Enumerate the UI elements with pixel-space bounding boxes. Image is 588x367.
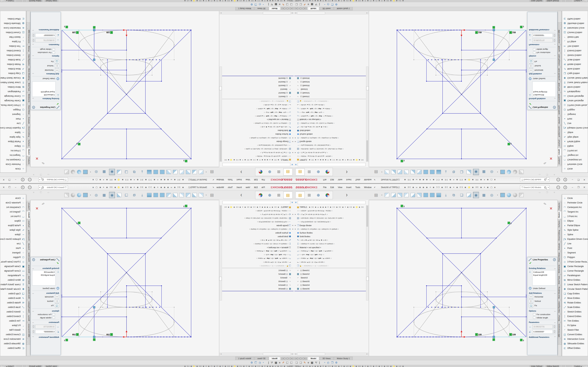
tree-item-sketch[interactable]: ▦ (-) Sketch2 bbox=[222, 91, 294, 95]
scroll-thumb[interactable] bbox=[297, 12, 325, 14]
toolbar-icon[interactable] bbox=[404, 170, 409, 174]
displaymanager-tab[interactable] bbox=[256, 168, 265, 175]
commandmanager-tab[interactable]: Evaluate bbox=[26, 242, 30, 251]
angle-spinner[interactable]: ▲▼ bbox=[32, 330, 35, 334]
commandmanager-tab[interactable]: Markup bbox=[26, 314, 30, 322]
section-options[interactable]: Options︿ bbox=[32, 55, 59, 58]
tree-item[interactable]: ▱ ○ ✛ИN◎▲+○ ✱◉⌷○◎○⌷◉✱ ○+▲◎ИN✛ ○ bbox=[294, 249, 366, 253]
tree-item[interactable]: ❒ 🔒 ○ ƨ53ƐИNΑ∪◦○ ◎ ○◦∪ΑИN3Ɛƨ5 ○ bbox=[294, 264, 366, 267]
user-account-icon[interactable]: ◠ bbox=[28, 178, 32, 181]
tab-nav-button[interactable]: ► bbox=[284, 7, 287, 10]
menu-item[interactable]: Insert bbox=[235, 186, 244, 189]
document-tab[interactable]: Model bbox=[308, 7, 319, 10]
menu-item[interactable]: ◫ Convert Entities bbox=[562, 30, 588, 35]
cancel-sketch-icon[interactable]: ✕ bbox=[550, 156, 553, 161]
for-construction-checkbox[interactable]: For construction bbox=[533, 313, 556, 316]
tree-item[interactable]: Σ ○ ƨ5ИN◎◦✛ Α∪ᴨ3Ɛ ○◎○ Ɛ3ᴨ∪Α ✛◦◎ИNƨ5 ○ bbox=[294, 121, 366, 125]
menu-item[interactable]: ◖ Partial Ellipse bbox=[0, 223, 26, 228]
close-button[interactable]: ✕ bbox=[582, 185, 587, 190]
menu-item[interactable]: ◠ Centerpoint Arc bbox=[562, 205, 588, 209]
tree-item[interactable]: ❒ 🔒 ○ ƨ53ƐИNΑ∪◦○ ◎ ○◦∪ΑИN3Ɛƨ5 ○ bbox=[222, 100, 294, 103]
expand-arrow-icon[interactable]: ▶ bbox=[294, 152, 296, 153]
restore-button[interactable]: ❐ bbox=[576, 177, 581, 182]
tree-vertical-scrollbar[interactable] bbox=[220, 205, 222, 300]
panel-expand-chevron[interactable]: ❯ bbox=[346, 194, 348, 196]
bottom-toolbar-icon[interactable]: ◔ bbox=[263, 3, 264, 6]
toolbar-icon[interactable] bbox=[173, 170, 177, 174]
featuremanager-tab[interactable]: ▤ bbox=[295, 168, 305, 175]
menu-item[interactable]: ⠿ Linear Sketch Pattern bbox=[562, 282, 588, 287]
menu-item[interactable]: ⌐ Stretch Entities bbox=[562, 309, 588, 314]
commandmanager-tab[interactable]: Mesh Modeling bbox=[26, 67, 30, 81]
menu-item[interactable]: ▱ Parallelogram bbox=[562, 89, 588, 94]
add-vertical-button[interactable]: ❘Vertical bbox=[32, 64, 59, 68]
tab-nav-button[interactable]: ►❙ bbox=[281, 7, 284, 10]
bottom-toolbar-icon[interactable]: ✎ bbox=[304, 3, 306, 6]
tree-vertical-scrollbar[interactable] bbox=[220, 67, 222, 162]
section-existing-relations[interactable]: Existing Relations︿ bbox=[32, 98, 59, 101]
menu-item[interactable]: ◫ Convert Entities bbox=[562, 332, 588, 337]
search-icon[interactable] bbox=[544, 179, 546, 181]
ok-button[interactable]: ✔ bbox=[32, 102, 59, 106]
minimize-button[interactable]: – bbox=[570, 185, 575, 190]
toolbar-icon[interactable]: ◉ bbox=[109, 169, 115, 175]
angle-parameter[interactable]: ∠ 0.00000000° ▲▼ bbox=[529, 330, 556, 334]
tree-item[interactable]: ▶ ⟲ ○ 人▲◎✛ ƨ5◦Ж○◎○Ж◦5ƨ ✛◎▲人 ○ bbox=[222, 213, 294, 216]
toolbar-icon[interactable] bbox=[385, 170, 389, 174]
menu-item[interactable]: ▱ Parallelogram bbox=[0, 89, 26, 94]
tree-horizontal-scrollbar[interactable]: ◄ ► bbox=[294, 12, 368, 14]
toolbar-icon[interactable]: ▦ bbox=[101, 192, 107, 198]
menu-item[interactable]: ▣ Center Rectangle bbox=[0, 264, 26, 269]
bottom-toolbar-icon[interactable]: ❏ bbox=[299, 3, 302, 6]
tab-nav-button[interactable]: ◄ bbox=[297, 7, 301, 10]
relations-listbox[interactable]: Collinear108Equal length109 bbox=[32, 82, 56, 97]
featuremanager-tab[interactable]: ▤ bbox=[283, 192, 293, 199]
commandmanager-tab[interactable]: Evaluate bbox=[558, 242, 562, 251]
menu-item[interactable]: ◇ 3 Point Center Recta... bbox=[0, 259, 26, 264]
menu-item[interactable]: ⬭ Ellipse bbox=[0, 144, 26, 148]
search-box[interactable]: ❒ Search CAD Models ▾ bbox=[38, 178, 68, 182]
mdi-window-buttons[interactable]: ▭ ❐ ✕ bbox=[30, 191, 49, 194]
toolbar-icon[interactable] bbox=[411, 170, 415, 174]
menu-item[interactable]: ⊏ Offset Entities bbox=[0, 346, 26, 350]
menu-item[interactable]: ◖ Partial Ellipse bbox=[562, 139, 588, 144]
tree-item[interactable]: ▱ ○ ✛Ж9℮◦▲○ ✱◉⌷○◎○⌷◉✱ ○▲◦℮9Ж✛ ○ bbox=[222, 107, 294, 110]
commandmanager-tab[interactable]: Direct Editing bbox=[26, 125, 30, 138]
menu-item[interactable]: ◌ Perimeter Circle bbox=[562, 200, 588, 205]
tree-item[interactable]: ☆ ○ ƨ53Ɛ✛ ◦▲◎ΛΑΦ○◎○ΦΑΛ◎▲◦ ✛Ɛ35ƨ ○ bbox=[294, 209, 366, 213]
tree-item[interactable]: Σ ○ ƨ5ИN◎◦✛ Α∪ᴨ3Ɛ ○◎○ Ɛ3ᴨ∪Α ✛◦◎ИNƨ5 ○ bbox=[222, 121, 294, 125]
tree-item[interactable]: ⌙ ○ ИN◦9℮◦▲◎○ ◎ ○◎▲◦℮9◦ИN ○ bbox=[222, 260, 294, 264]
menu-item[interactable]: ⧉ Mirror Entities bbox=[562, 278, 588, 282]
tree-item[interactable]: ▱ ○ ◦◎✛○ ✱◉⌷○◎○⌷◉✱ ○✛◎◦ ○ bbox=[222, 110, 294, 114]
units-selector[interactable]: Custom ▴ bbox=[573, 0, 583, 2]
configurationmanager-tab[interactable]: ⊕ bbox=[314, 168, 323, 175]
menu-item[interactable]: ◜ Sketch Fillet bbox=[0, 35, 26, 39]
commandmanager-tab[interactable]: ⁚ bbox=[26, 25, 30, 28]
commandmanager-tab[interactable]: Markup bbox=[558, 314, 562, 322]
commandmanager-tab[interactable]: MBD Dimensions bbox=[26, 29, 30, 44]
toolbar-icon[interactable]: ▾ bbox=[381, 169, 383, 175]
toolbar-icon[interactable] bbox=[160, 170, 164, 174]
document-tab[interactable]: Motion Study 1 bbox=[235, 7, 254, 10]
cancel-sketch-icon[interactable]: ✕ bbox=[550, 206, 553, 211]
toolbar-icon[interactable] bbox=[398, 193, 402, 197]
pin-icon[interactable]: ✒ bbox=[373, 186, 376, 189]
tab-nav-button[interactable]: ❙◄ bbox=[294, 357, 297, 360]
toolbar-icon[interactable]: ❏ bbox=[459, 169, 465, 175]
document-tab[interactable]: Model bbox=[308, 357, 319, 360]
menu-item[interactable]: ⧉ Mirror Entities bbox=[562, 85, 588, 89]
bottom-toolbar-icon[interactable]: ⚙ bbox=[335, 361, 337, 364]
length-parameter[interactable]: ↔ 10.88152731 ▲▼ bbox=[32, 325, 59, 329]
search-icon[interactable] bbox=[42, 179, 44, 181]
configurationmanager-tab[interactable]: ⊕ bbox=[314, 192, 323, 199]
toolbar-icon[interactable] bbox=[430, 193, 434, 197]
menu-item[interactable]: ◇ 3 Point Center Recta... bbox=[562, 103, 588, 108]
menu-item[interactable]: ┆ Extend Entities bbox=[562, 314, 588, 319]
menu-item[interactable]: ◡ 3 Point Arc bbox=[562, 214, 588, 219]
menu-item[interactable]: ▭ Corner Rectangle bbox=[562, 94, 588, 98]
tree-item[interactable]: ▱ ○ ◦◎✛○ ✱◉⌷○◎○⌷◉✱ ○✛◎◦ ○ bbox=[294, 253, 366, 257]
menu-item[interactable]: ∿ Style Spline bbox=[0, 135, 26, 139]
help-icon[interactable]: ? bbox=[563, 186, 567, 189]
menu-item[interactable]: ⟲ Rotate Entities bbox=[562, 62, 588, 67]
toolbar-icon[interactable] bbox=[160, 193, 164, 197]
